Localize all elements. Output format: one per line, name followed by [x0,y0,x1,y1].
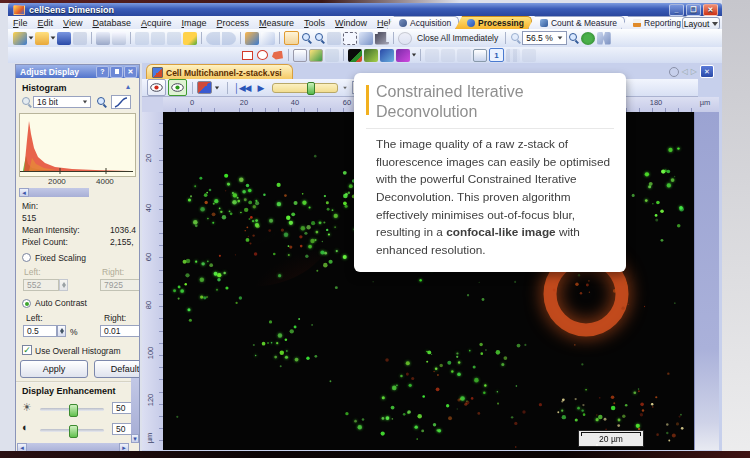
histogram-zoom-in-icon[interactable] [96,96,107,108]
auto-contrast-radio[interactable] [22,299,31,308]
context-help-button[interactable] [261,32,275,45]
tile-view-button [425,49,439,62]
brightness-slider[interactable] [40,408,104,411]
channel-display-caret-icon[interactable] [215,86,219,89]
undock-icon[interactable] [669,67,679,77]
use-overall-histogram-checkbox[interactable]: ✓ [22,345,32,355]
close-all-button[interactable]: Close All Immediately [417,33,498,43]
rectangle-tool-button[interactable] [242,51,253,60]
z-frame-slider[interactable] [272,83,338,93]
channel-dropdown-icon[interactable] [412,54,416,57]
restore-button[interactable]: ❒ [686,4,701,16]
red-channel-visibility-button[interactable] [147,79,166,96]
minimize-button[interactable]: _ [669,4,684,16]
import-button[interactable] [183,32,197,45]
tab-acquisition[interactable]: Acquisition [387,16,459,29]
save-button[interactable] [57,32,71,45]
first-frame-button[interactable]: │◀◀ [234,83,250,93]
zoom-in-tool-button[interactable] [301,32,312,44]
title-bar: cellSens Dimension _ ❒ ✕ [8,3,722,16]
left-percent-field[interactable]: 0.5 [23,325,57,337]
panel-close-button[interactable]: ✕ [124,66,137,78]
menu-file[interactable]: File [8,18,33,28]
hist-scroll-left-button[interactable]: ◂ [19,188,29,197]
panel-scroll-down-button[interactable]: ▾ [131,434,139,443]
polygon-tool-button[interactable] [272,51,283,60]
gallery-view-button[interactable] [473,49,487,62]
ellipse-tool-button[interactable] [257,50,268,60]
brightness-slider-thumb[interactable] [69,404,78,417]
close-document-icon[interactable]: ✕ [700,65,714,78]
menu-image[interactable]: Image [176,18,211,28]
panel-help-button[interactable]: ? [96,66,109,78]
contrast-slider[interactable] [40,429,104,432]
single-frame-view-button[interactable]: 1 [489,48,504,62]
left-percent-spinner[interactable] [57,325,66,337]
redo-button [222,32,236,45]
print-button[interactable] [96,32,110,45]
tab-count-measure[interactable]: Count & Measure [528,16,625,29]
next-document-icon[interactable]: ▷ [691,67,697,76]
adjust-display-header[interactable]: Adjust Display ? ✕ [16,65,139,78]
zoom-out-button[interactable] [510,32,521,44]
panel-pin-button[interactable] [110,66,123,78]
document-tab[interactable]: Cell Multichannel-z-stack.vsi [146,64,293,80]
default-button[interactable]: Default [94,360,140,378]
zoom-level-combo[interactable]: 56.5 % [522,31,566,45]
green-eye-icon [171,83,184,92]
image-vscrollbar[interactable] [694,112,719,450]
panel-vscrollbar[interactable] [131,378,139,434]
actual-size-button[interactable] [597,32,611,45]
tab-processing[interactable]: Processing [455,16,532,29]
fixed-scaling-radio[interactable] [22,253,31,262]
close-button[interactable]: ✕ [703,4,718,16]
prev-document-icon[interactable]: ◁ [682,67,688,76]
hand-tool-button[interactable] [284,31,299,45]
contrast-slider-thumb[interactable] [69,425,78,438]
window-title: cellSens Dimension [29,5,114,15]
menu-measure[interactable]: Measure [254,18,299,28]
menu-acquire[interactable]: Acquire [136,18,177,28]
print-preview-button[interactable] [112,32,126,45]
magnifier-tool-button[interactable] [314,32,325,44]
bit-depth-combo[interactable]: 16 bit [33,96,91,108]
new-image-button[interactable] [13,32,27,45]
z-frame-slider-thumb[interactable] [307,82,315,95]
slider-options-icon[interactable] [344,86,348,88]
image-thumb-button[interactable] [348,49,362,62]
menu-window[interactable]: Window [330,18,372,28]
open-dropdown-icon[interactable] [51,36,56,39]
image-info-button[interactable] [245,32,259,45]
channel-display-button[interactable] [197,81,212,94]
fixed-left-field: 552 [23,279,59,291]
crop-tool-button[interactable] [375,32,389,45]
green-channel-visibility-button[interactable] [168,79,187,96]
hist-scrollbar[interactable] [29,188,89,197]
play-frames-button[interactable]: ▶ [257,83,264,93]
channel-blue-button[interactable] [380,49,394,62]
tooltip-bold-phrase: confocal-like image [446,225,555,239]
menu-edit[interactable]: Edit [33,18,59,28]
snapshot-button[interactable] [293,49,307,62]
channel-magenta-button[interactable] [396,49,410,62]
layers-button[interactable] [309,49,323,62]
lut-curve-button[interactable] [111,95,131,109]
menu-process[interactable]: Process [212,18,255,28]
scroll-up-icon[interactable]: ▴ [126,82,130,91]
right-percent-field[interactable]: 0.01 [100,325,140,337]
zoom-in-button[interactable] [568,32,579,44]
menu-database[interactable]: Database [87,18,136,28]
histogram-zoom-out-icon[interactable] [21,96,32,108]
move-tool-button[interactable] [359,32,373,45]
menu-tools[interactable]: Tools [299,18,330,28]
apply-button[interactable]: Apply [20,360,88,378]
new-image-dropdown-icon[interactable] [29,36,34,39]
marquee-tool-button[interactable] [343,32,357,45]
panel-title: Adjust Display [20,67,79,77]
channel-green-button[interactable] [364,49,378,62]
menu-view[interactable]: View [58,18,87,28]
open-button[interactable] [35,32,49,45]
tab-reporting[interactable]: Reporting [621,16,689,29]
histogram-chart[interactable] [19,113,136,177]
fit-to-window-button[interactable] [581,32,595,45]
